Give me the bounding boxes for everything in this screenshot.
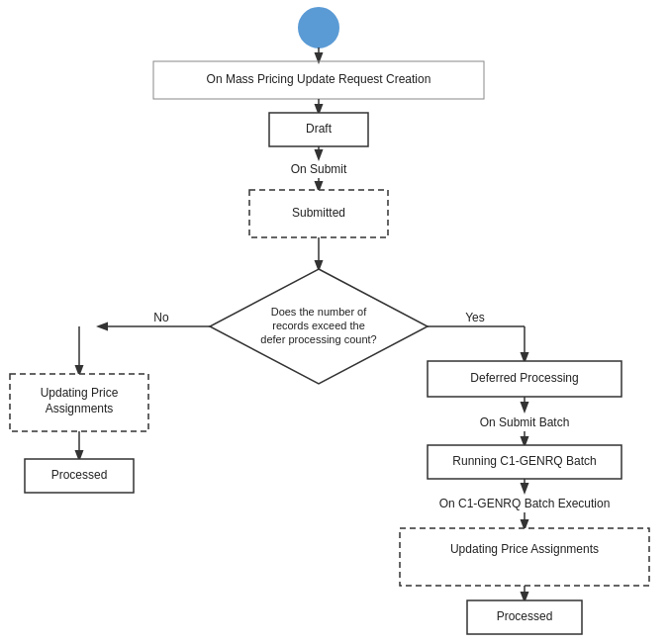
updating-right-label-1: Updating Price Assignments: [450, 542, 599, 556]
on-c1genrq-label: On C1-GENRQ Batch Execution: [439, 497, 611, 510]
trigger-label: On Mass Pricing Update Request Creation: [207, 72, 431, 86]
on-submit-batch-label: On Submit Batch: [480, 415, 570, 429]
diamond-label-1: Does the number of: [271, 306, 368, 318]
start-node: [299, 8, 338, 47]
updating-right-box: [400, 528, 649, 586]
no-label: No: [153, 311, 169, 324]
processed-right-label: Processed: [497, 609, 553, 623]
updating-left-label-1: Updating Price: [41, 386, 119, 400]
draft-label: Draft: [306, 122, 333, 136]
submitted-label: Submitted: [292, 206, 345, 220]
deferred-label: Deferred Processing: [470, 371, 578, 385]
processed-left-label: Processed: [51, 468, 108, 482]
running-batch-label: Running C1-GENRQ Batch: [452, 454, 596, 468]
yes-label: Yes: [465, 311, 485, 324]
diamond-label-2: records exceed the: [272, 320, 365, 331]
updating-left-label-2: Assignments: [46, 402, 114, 415]
diamond-label-3: defer processing count?: [260, 333, 376, 345]
on-submit-label: On Submit: [291, 162, 347, 176]
